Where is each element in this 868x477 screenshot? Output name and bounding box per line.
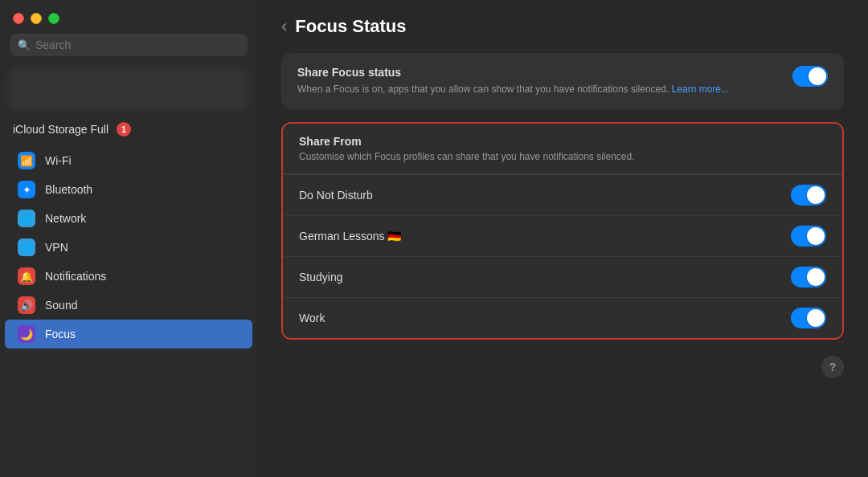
sidebar-item-wifi[interactable]: 📶 Wi-Fi bbox=[5, 146, 252, 175]
minimize-button[interactable] bbox=[31, 13, 42, 24]
sidebar-item-notifications[interactable]: 🔔 Notifications bbox=[5, 262, 252, 291]
sidebar-item-focus[interactable]: 🌙 Focus bbox=[5, 320, 252, 349]
do-not-disturb-label: Do Not Disturb bbox=[299, 189, 373, 202]
sidebar-item-sound[interactable]: 🔊 Sound bbox=[5, 291, 252, 320]
wifi-icon: 📶 bbox=[18, 152, 35, 169]
help-area: ? bbox=[281, 353, 844, 378]
focus-item-do-not-disturb: Do Not Disturb bbox=[283, 174, 842, 215]
share-from-title: Share From bbox=[299, 135, 826, 148]
icloud-badge: 1 bbox=[117, 122, 131, 137]
traffic-lights bbox=[0, 0, 257, 34]
share-from-description: Customise which Focus profiles can share… bbox=[299, 150, 826, 164]
share-focus-status-toggle[interactable] bbox=[792, 66, 828, 87]
share-focus-status-text: Share Focus status When a Focus is on, a… bbox=[297, 66, 780, 96]
sidebar-item-bluetooth-label: Bluetooth bbox=[45, 183, 92, 196]
page-header: ‹ Focus Status bbox=[281, 16, 844, 37]
sound-icon: 🔊 bbox=[18, 296, 35, 314]
icloud-storage-item[interactable]: iCloud Storage Full 1 bbox=[0, 116, 257, 143]
sidebar-item-vpn[interactable]: 🌐 VPN bbox=[5, 233, 252, 262]
maximize-button[interactable] bbox=[48, 13, 59, 24]
focus-item-studying: Studying bbox=[283, 256, 842, 297]
bluetooth-icon: ✦ bbox=[18, 181, 35, 198]
share-focus-status-title: Share Focus status bbox=[297, 66, 780, 79]
focus-item-german-lessons: German Lessons 🇩🇪 bbox=[283, 215, 842, 256]
sidebar: 🔍 iCloud Storage Full 1 📶 Wi-Fi ✦ Blueto… bbox=[0, 0, 257, 477]
main-content: ‹ Focus Status Share Focus status When a… bbox=[257, 0, 868, 477]
sidebar-item-focus-label: Focus bbox=[45, 328, 76, 340]
share-from-header: Share From Customise which Focus profile… bbox=[283, 124, 842, 174]
page-title: Focus Status bbox=[295, 16, 406, 37]
sidebar-item-wifi-label: Wi-Fi bbox=[45, 154, 72, 167]
help-button[interactable]: ? bbox=[821, 356, 844, 378]
learn-more-link[interactable]: Learn more... bbox=[672, 84, 729, 95]
notifications-icon: 🔔 bbox=[18, 267, 35, 285]
close-button[interactable] bbox=[13, 13, 24, 24]
german-lessons-label: German Lessons 🇩🇪 bbox=[299, 230, 402, 243]
studying-toggle[interactable] bbox=[791, 267, 826, 287]
german-lessons-toggle[interactable] bbox=[791, 226, 826, 247]
do-not-disturb-toggle[interactable] bbox=[791, 185, 826, 206]
search-bar[interactable]: 🔍 bbox=[10, 34, 248, 56]
work-toggle[interactable] bbox=[791, 308, 826, 328]
sidebar-item-sound-label: Sound bbox=[45, 299, 77, 312]
vpn-icon: 🌐 bbox=[18, 238, 35, 256]
sidebar-items-list: 📶 Wi-Fi ✦ Bluetooth 🌐 Network 🌐 VPN 🔔 bbox=[0, 143, 257, 477]
search-icon: 🔍 bbox=[18, 39, 31, 51]
focus-icon: 🌙 bbox=[18, 325, 35, 343]
icloud-label: iCloud Storage Full bbox=[13, 123, 108, 136]
studying-label: Studying bbox=[299, 271, 342, 283]
sidebar-item-vpn-label: VPN bbox=[45, 241, 68, 254]
share-focus-status-card: Share Focus status When a Focus is on, a… bbox=[281, 53, 844, 109]
sidebar-item-bluetooth[interactable]: ✦ Bluetooth bbox=[5, 175, 252, 204]
share-focus-status-description: When a Focus is on, apps that you allow … bbox=[297, 82, 780, 96]
search-input[interactable] bbox=[35, 39, 240, 51]
network-icon: 🌐 bbox=[18, 210, 35, 227]
back-button[interactable]: ‹ bbox=[281, 16, 287, 37]
user-profile-area bbox=[10, 69, 248, 109]
work-label: Work bbox=[299, 312, 325, 324]
sidebar-item-notifications-label: Notifications bbox=[45, 270, 106, 283]
sidebar-item-network-label: Network bbox=[45, 212, 86, 225]
share-from-section: Share From Customise which Focus profile… bbox=[281, 122, 844, 340]
focus-item-work: Work bbox=[283, 297, 842, 338]
share-focus-status-desc-text: When a Focus is on, apps that you allow … bbox=[297, 84, 672, 95]
sidebar-item-network[interactable]: 🌐 Network bbox=[5, 204, 252, 233]
